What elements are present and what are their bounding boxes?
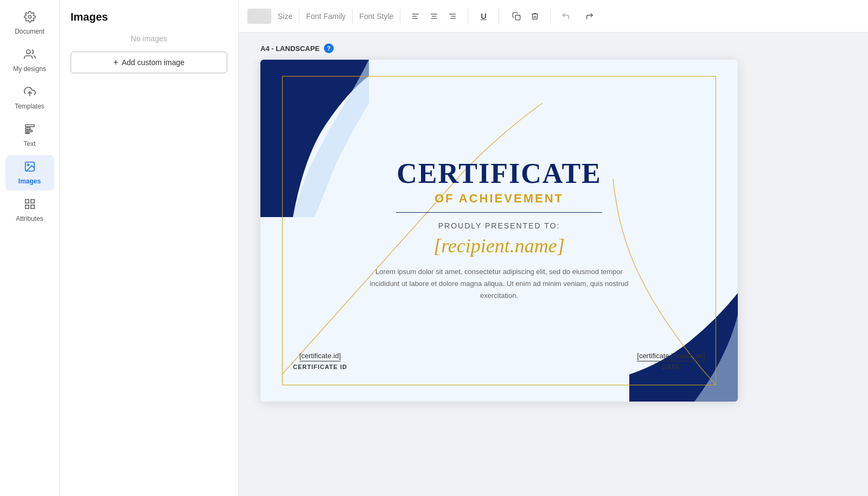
svg-rect-12 [30, 205, 34, 208]
cert-id-value: [certificate.id] [299, 352, 341, 361]
sidebar-item-text[interactable]: Text [5, 118, 54, 153]
sidebar: Document My designs Templates [0, 0, 60, 496]
cert-body-text: Lorem ipsum dolor sit amet, consectetur … [363, 266, 635, 302]
attributes-icon [24, 198, 36, 213]
svg-rect-6 [25, 132, 29, 133]
cert-date-field: [certificate.issued_on] DATE [637, 352, 705, 370]
add-custom-image-button[interactable]: + Add custom image [71, 52, 227, 73]
sidebar-item-label: Text [23, 140, 35, 148]
sidebar-item-document[interactable]: Document [5, 5, 54, 41]
templates-icon [24, 86, 36, 100]
undo-button[interactable] [557, 8, 575, 25]
font-style-label[interactable]: Font Style [359, 12, 393, 21]
sidebar-item-my-designs[interactable]: My designs [5, 43, 54, 78]
delete-button[interactable] [526, 8, 544, 25]
svg-rect-4 [25, 128, 30, 129]
gear-icon [24, 11, 36, 26]
toolbar-divider-1 [299, 9, 299, 24]
images-icon [24, 161, 36, 175]
svg-rect-3 [25, 125, 34, 127]
size-label[interactable]: Size [278, 12, 292, 21]
toolbar-divider-3 [400, 9, 400, 24]
cert-title: CERTIFICATE [397, 157, 602, 189]
sidebar-item-label: My designs [13, 65, 46, 73]
toolbar: Size Font Family Font Style [239, 0, 868, 33]
cert-subtitle: OF ACHIEVEMENT [435, 192, 564, 206]
size-box[interactable] [247, 9, 271, 24]
svg-rect-5 [25, 130, 32, 132]
font-family-label[interactable]: Font Family [306, 12, 346, 21]
text-icon [24, 123, 36, 138]
svg-rect-11 [25, 205, 28, 208]
help-icon[interactable]: ? [324, 43, 334, 53]
images-panel: Images No images + Add custom image [60, 0, 239, 496]
align-center-button[interactable] [425, 8, 443, 25]
add-image-label: Add custom image [122, 58, 184, 67]
cert-content: CERTIFICATE OF ACHIEVEMENT PROUDLY PRESE… [260, 60, 738, 402]
cert-presented-to: PROUDLY PRESENTED TO: [438, 221, 560, 230]
underline-button[interactable]: U [475, 8, 492, 25]
redo-button[interactable] [581, 8, 598, 25]
sidebar-item-label: Images [18, 177, 41, 185]
page-label: A4 - LANDSCAPE ? [260, 43, 334, 53]
plus-icon: + [113, 58, 118, 67]
canvas-area: A4 - LANDSCAPE ? [239, 33, 868, 496]
cert-date-value: [certificate.issued_on] [637, 352, 705, 361]
svg-point-0 [28, 15, 31, 18]
cert-date-label: DATE [662, 364, 680, 370]
main-area: Size Font Family Font Style [239, 0, 868, 496]
toolbar-divider-6 [550, 9, 551, 24]
svg-rect-10 [30, 200, 34, 203]
sidebar-item-label: Templates [15, 103, 44, 110]
align-right-button[interactable] [444, 8, 461, 25]
user-icon [24, 48, 36, 63]
svg-rect-9 [25, 200, 28, 203]
sidebar-item-templates[interactable]: Templates [5, 80, 54, 116]
cert-divider [396, 212, 602, 213]
action-group [508, 8, 544, 25]
toolbar-divider-5 [499, 9, 499, 24]
cert-footer: [certificate.id] CERTIFICATE ID [certifi… [260, 352, 738, 370]
cert-id-label: CERTIFICATE ID [293, 364, 347, 370]
align-group [407, 8, 461, 25]
sidebar-item-label: Document [15, 28, 44, 35]
svg-rect-22 [515, 15, 520, 20]
sidebar-item-images[interactable]: Images [5, 155, 54, 190]
svg-point-8 [27, 164, 29, 166]
toolbar-divider-2 [352, 9, 353, 24]
page-label-text: A4 - LANDSCAPE [260, 44, 320, 53]
panel-title: Images [71, 11, 227, 23]
svg-point-1 [26, 50, 30, 54]
toolbar-divider-4 [468, 9, 468, 24]
sidebar-item-label: Attributes [16, 215, 43, 222]
certificate[interactable]: CERTIFICATE OF ACHIEVEMENT PROUDLY PRESE… [260, 60, 738, 402]
copy-button[interactable] [508, 8, 525, 25]
no-images-label: No images [71, 34, 227, 43]
sidebar-item-attributes[interactable]: Attributes [5, 193, 54, 228]
cert-id-field: [certificate.id] CERTIFICATE ID [293, 352, 347, 370]
align-left-button[interactable] [407, 8, 424, 25]
cert-recipient: [recipient.name] [433, 234, 565, 257]
